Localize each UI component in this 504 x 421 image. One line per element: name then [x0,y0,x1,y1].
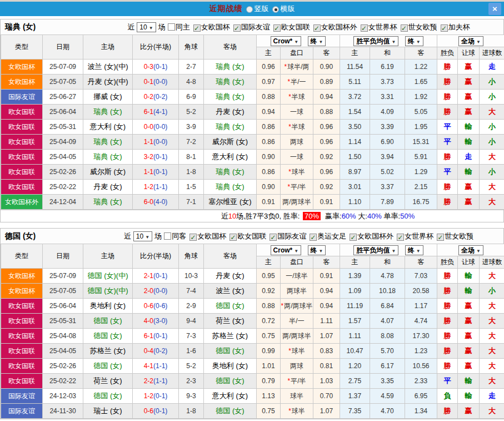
handicap-away-odds: 0.89 [313,75,340,90]
competition-filter-checkbox[interactable]: ✓国际友谊 [231,23,270,31]
close-button[interactable]: × [488,3,501,15]
home-team-link[interactable]: 荷兰 (女) [83,374,133,389]
match-count-select[interactable]: 10▼ [133,231,152,241]
score-link[interactable]: 0-1(0-0) [133,75,179,90]
away-team-link[interactable]: 瑞典 (女) [204,180,257,195]
score-link[interactable]: 2-0(0-0) [133,284,179,299]
away-team-link[interactable]: 瑞典 (女) [204,60,257,75]
away-team-link[interactable]: 瑞典 (女) [204,165,257,180]
competition-filter-checkbox[interactable]: ✓国际友谊 [267,232,306,240]
same-side-checkbox[interactable]: 同客 [162,231,186,241]
bookmaker-select[interactable]: Crow*▼ [271,245,302,255]
away-team-link[interactable]: 意大利 (女) [204,150,257,165]
competition-filter-checkbox[interactable]: ✓加夫杯 [438,23,470,31]
away-team-link[interactable]: 塞尔维亚 (女) [204,195,257,210]
home-team-link[interactable]: 瑞典 (女) [83,105,133,120]
match-count-select[interactable]: 10▼ [137,22,156,32]
score-link[interactable]: 0-3(0-1) [133,60,179,75]
away-team-link[interactable]: 奥地利 (女) [204,359,257,374]
same-side-checkbox[interactable]: 同主 [166,22,190,32]
away-team-link[interactable]: 苏格兰 (女) [204,329,257,344]
away-team-link[interactable]: 丹麦 (女) [204,105,257,120]
away-team-link[interactable]: 德国 (女) [204,344,257,359]
home-team-link[interactable]: 波兰 (女)(中) [83,60,133,75]
home-team-link[interactable]: 德国 (女) [83,359,133,374]
competition-filter-checkbox[interactable]: ✓女欧国杯外 [311,23,357,31]
home-team-link[interactable]: 德国 (女)(中) [83,269,133,284]
score-link[interactable]: 4-1(1-1) [133,359,179,374]
final-odds-select[interactable]: 终▼ [308,245,326,255]
home-team-link[interactable]: 挪威 (女) [83,90,133,105]
score-link[interactable]: 0-0(0-0) [133,120,179,135]
home-team-link[interactable]: 丹麦 (女) [83,180,133,195]
score-link[interactable]: 3-2(0-1) [133,150,179,165]
away-team-link[interactable]: 荷兰 (女) [204,314,257,329]
final-avg-select[interactable]: 终▼ [405,245,423,255]
away-team-link[interactable]: 德国 (女) [204,299,257,314]
competition-filter-checkbox[interactable]: ✓女世界杯 [395,232,433,240]
avg-odds-select[interactable]: 胜平负均值▼ [353,245,398,255]
fulltime-score: 6-0 [144,198,153,206]
score-link[interactable]: 1-1(0-0) [133,135,179,150]
fullmatch-select[interactable]: 全场▼ [458,36,483,46]
checkbox-checked-icon: ✓ [189,234,197,241]
away-team-link[interactable]: 瑞典 (女) [204,120,257,135]
result-handicap: 輸 [458,269,480,284]
competition-filter-checkbox[interactable]: ✓欧女国联 [271,23,310,31]
competition-filter-checkbox[interactable]: ✓女欧国杯外 [347,232,393,240]
away-team-link[interactable]: 瑞典 (女) [204,75,257,90]
col-away: 客场 [204,244,257,269]
away-team-link[interactable]: 德国 (女) [204,374,257,389]
home-team-link[interactable]: 威尔斯 (女) [83,165,133,180]
score-link[interactable]: 1-2(0-1) [133,389,179,404]
home-team-link[interactable]: 意大利 (女) [83,120,133,135]
score-link[interactable]: 2-1(0-1) [133,269,179,284]
layout-option-horizontal[interactable]: 横版 [269,4,295,14]
home-team-link[interactable]: 德国 (女) [83,389,133,404]
away-team-link[interactable]: 瑞典 (女) [204,90,257,105]
score-link[interactable]: 0-6(0-6) [133,299,179,314]
score-link[interactable]: 0-2(0-2) [133,90,179,105]
home-team-link[interactable]: 瑞典 (女) [83,135,133,150]
home-team-link[interactable]: 丹麦 (女)(中) [83,75,133,90]
competition-filter-checkbox[interactable]: ✓女欧国杯 [187,232,226,240]
score-link[interactable]: 1-2(1-1) [133,180,179,195]
away-team-link[interactable]: 德国 (女) [204,404,257,419]
away-team-link[interactable]: 丹麦 (女) [204,269,257,284]
home-team-link[interactable]: 德国 (女)(中) [83,284,133,299]
score-link[interactable]: 0-4(0-2) [133,344,179,359]
home-team-link[interactable]: 苏格兰 (女) [83,344,133,359]
layout-option-vertical[interactable]: 竖版 [243,4,269,14]
score-link[interactable]: 4-0(3-0) [133,314,179,329]
away-team-link[interactable]: 波兰 (女) [204,284,257,299]
final-avg-select[interactable]: 终▼ [405,36,423,46]
home-team-link[interactable]: 德国 (女) [83,314,133,329]
competition-filter-checkbox[interactable]: ✓欧女国联 [227,232,266,240]
avg-odds-select[interactable]: 胜平负均值▼ [353,36,398,46]
competition-filter-checkbox[interactable]: ✓奥运女足 [307,232,346,240]
competition-filter-checkbox[interactable]: ✓世女欧预 [435,232,473,240]
fullmatch-select[interactable]: 全场▼ [458,245,483,255]
subcol-handicap-home: 主 [257,47,281,60]
handicap-away-odds: 1.07 [313,404,340,419]
result-handicap: 赢 [458,404,480,419]
away-team-link[interactable]: 威尔斯 (女) [204,135,257,150]
score-link[interactable]: 6-1(0-1) [133,329,179,344]
score-link[interactable]: 1-1(0-1) [133,165,179,180]
score-link[interactable]: 6-0(4-0) [133,195,179,210]
competition-filter-checkbox[interactable]: ✓女世界杯 [358,23,397,31]
score-link[interactable]: 0-6(0-1) [133,404,179,419]
bookmaker-select[interactable]: Crow*▼ [271,36,302,46]
competition-filter-checkbox[interactable]: ✓女欧国杯 [191,23,230,31]
home-team-link[interactable]: 瑞典 (女) [83,195,133,210]
home-team-link[interactable]: 瑞士 (女) [83,404,133,419]
score-link[interactable]: 2-2(1-1) [133,374,179,389]
home-team-link[interactable]: 德国 (女) [83,329,133,344]
home-team-link[interactable]: 奥地利 (女) [83,299,133,314]
competition-filter-checkbox[interactable]: ✓世女欧预 [398,23,437,31]
handicap-line: 一球 [281,150,313,165]
final-odds-select[interactable]: 终▼ [308,36,326,46]
away-team-link[interactable]: 意大利 (女) [204,389,257,404]
home-team-link[interactable]: 瑞典 (女) [83,150,133,165]
score-link[interactable]: 6-1(4-1) [133,105,179,120]
